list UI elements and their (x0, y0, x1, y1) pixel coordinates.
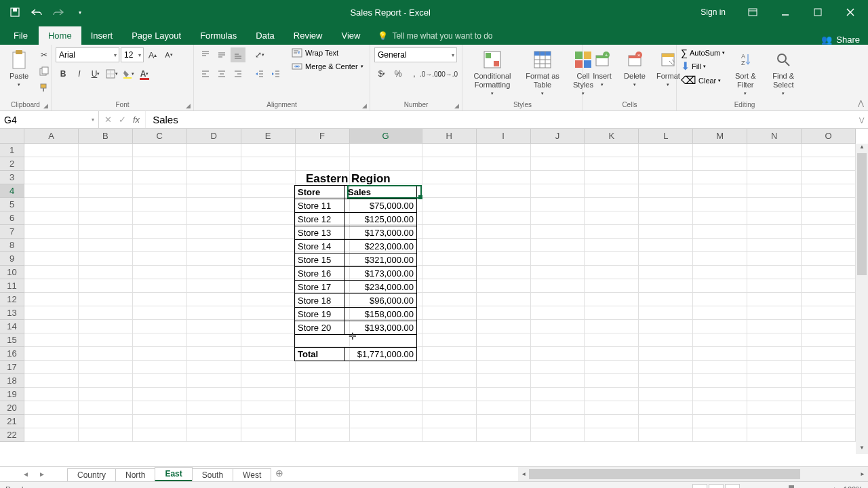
row-header-11[interactable]: 11 (0, 279, 24, 293)
col-header-K[interactable]: K (585, 129, 639, 143)
name-box[interactable]: G4▾ (0, 111, 99, 128)
select-all-corner[interactable] (0, 129, 24, 144)
align-right-icon[interactable] (231, 66, 245, 81)
cut-icon[interactable]: ✂ (37, 47, 52, 62)
clipboard-dialog-launcher[interactable]: ◢ (43, 102, 48, 109)
paste-button[interactable]: Paste ▾ (4, 47, 34, 89)
scroll-left-icon[interactable]: ◄ (518, 471, 529, 477)
formula-input[interactable]: Sales (146, 111, 854, 128)
decrease-indent-icon[interactable] (252, 66, 267, 81)
tab-home[interactable]: Home (39, 26, 81, 45)
add-sheet-button[interactable]: ⊕ (271, 467, 288, 481)
zoom-out-button[interactable]: − (747, 485, 751, 489)
col-header-J[interactable]: J (531, 129, 585, 143)
align-left-icon[interactable] (198, 66, 213, 81)
vertical-scrollbar[interactable]: ▲ ▼ (856, 144, 868, 454)
tab-insert[interactable]: Insert (81, 26, 123, 45)
expand-formula-bar-icon[interactable]: ⋁ (854, 111, 868, 128)
row-header-10[interactable]: 10 (0, 266, 24, 279)
row-header-7[interactable]: 7 (0, 225, 24, 239)
col-header-E[interactable]: E (241, 129, 296, 143)
fill-button[interactable]: ⬇Fill▾ (681, 60, 725, 73)
row-header-16[interactable]: 16 (0, 347, 24, 361)
font-color-icon[interactable]: A▾ (137, 66, 152, 81)
spreadsheet-grid[interactable]: ABCDEFGHIJKLMNO 123456789101112131415161… (0, 129, 868, 466)
autosum-button[interactable]: ∑AutoSum▾ (681, 47, 725, 58)
border-icon[interactable]: ▾ (104, 66, 119, 81)
enter-formula-icon[interactable]: ✓ (119, 115, 126, 125)
tab-data[interactable]: Data (246, 26, 283, 45)
col-header-L[interactable]: L (639, 129, 693, 143)
col-header-A[interactable]: A (24, 129, 79, 143)
grow-font-icon[interactable]: A▴ (145, 47, 160, 62)
vscroll-thumb[interactable] (857, 153, 867, 275)
row-header-22[interactable]: 22 (0, 428, 24, 442)
row-header-13[interactable]: 13 (0, 306, 24, 320)
row-header-3[interactable]: 3 (0, 171, 24, 184)
alignment-dialog-launcher[interactable]: ◢ (362, 102, 367, 109)
row-header-20[interactable]: 20 (0, 401, 24, 415)
col-header-B[interactable]: B (79, 129, 133, 143)
format-as-table-button[interactable]: Format as Table▾ (521, 47, 564, 98)
cells-area[interactable]: Eastern Region StoreSales Store 11$75,00… (24, 144, 856, 454)
col-header-I[interactable]: I (477, 129, 531, 143)
minimize-icon[interactable] (770, 3, 800, 22)
row-header-14[interactable]: 14 (0, 320, 24, 333)
sheet-tab-south[interactable]: South (192, 468, 233, 481)
row-header-6[interactable]: 6 (0, 211, 24, 225)
number-dialog-launcher[interactable]: ◢ (454, 102, 459, 109)
find-select-button[interactable]: Find & Select▾ (766, 47, 801, 98)
horizontal-scrollbar[interactable]: ◄ ► (518, 467, 868, 481)
sheet-nav-prev-icon[interactable]: ◄ (22, 470, 29, 478)
col-header-D[interactable]: D (187, 129, 241, 143)
fx-icon[interactable]: fx (133, 115, 140, 125)
accounting-format-icon[interactable]: $▾ (374, 66, 389, 81)
tab-view[interactable]: View (332, 26, 370, 45)
align-center-icon[interactable] (214, 66, 229, 81)
align-bottom-icon[interactable] (231, 47, 245, 62)
percent-format-icon[interactable]: % (391, 66, 406, 81)
merge-center-button[interactable]: Merge & Center ▾ (292, 61, 363, 72)
col-header-G[interactable]: G (350, 129, 422, 143)
sheet-tab-north[interactable]: North (115, 468, 155, 481)
clear-button[interactable]: ⌫Clear▾ (681, 74, 725, 87)
font-name-combo[interactable]: Arial▾ (56, 47, 119, 62)
cancel-formula-icon[interactable]: ✕ (104, 115, 112, 125)
tab-page-layout[interactable]: Page Layout (122, 26, 191, 45)
scroll-right-icon[interactable]: ► (857, 471, 868, 477)
insert-cells-button[interactable]: +Insert▾ (587, 47, 617, 89)
fill-color-icon[interactable]: ▾ (121, 66, 136, 81)
page-layout-view-button[interactable] (709, 484, 724, 489)
tell-me-search[interactable]: 💡 Tell me what you want to do (370, 27, 500, 45)
sort-filter-button[interactable]: AZSort & Filter▾ (728, 47, 763, 98)
increase-indent-icon[interactable] (269, 66, 283, 81)
scroll-up-icon[interactable]: ▲ (856, 144, 868, 153)
scroll-down-icon[interactable]: ▼ (856, 445, 868, 454)
col-header-F[interactable]: F (296, 129, 350, 143)
format-painter-icon[interactable] (37, 80, 52, 95)
maximize-icon[interactable] (803, 3, 833, 22)
signin-link[interactable]: Sign in (691, 7, 735, 17)
row-header-4[interactable]: 4 (0, 184, 24, 198)
align-top-icon[interactable] (198, 47, 213, 62)
bold-button[interactable]: B (56, 66, 71, 81)
conditional-formatting-button[interactable]: Conditional Formatting▾ (467, 47, 518, 98)
shrink-font-icon[interactable]: A▾ (161, 47, 176, 62)
ribbon-display-icon[interactable] (738, 3, 768, 22)
row-header-18[interactable]: 18 (0, 374, 24, 388)
qat-customize-icon[interactable]: ▾ (71, 3, 90, 22)
font-size-combo[interactable]: 12▾ (121, 47, 144, 62)
redo-icon[interactable] (49, 3, 68, 22)
undo-icon[interactable] (27, 3, 46, 22)
col-header-M[interactable]: M (693, 129, 747, 143)
collapse-ribbon-icon[interactable]: ⋀ (858, 99, 864, 108)
col-header-C[interactable]: C (133, 129, 187, 143)
sheet-nav-next-icon[interactable]: ► (39, 470, 45, 478)
sheet-tab-east[interactable]: East (155, 467, 192, 481)
row-headers[interactable]: 12345678910111213141516171819202122 (0, 144, 24, 442)
number-format-combo[interactable]: General▾ (374, 47, 457, 62)
row-header-19[interactable]: 19 (0, 388, 24, 401)
close-icon[interactable] (835, 3, 865, 22)
col-header-O[interactable]: O (802, 129, 856, 143)
decrease-decimal-icon[interactable]: .00→.0 (439, 66, 454, 81)
